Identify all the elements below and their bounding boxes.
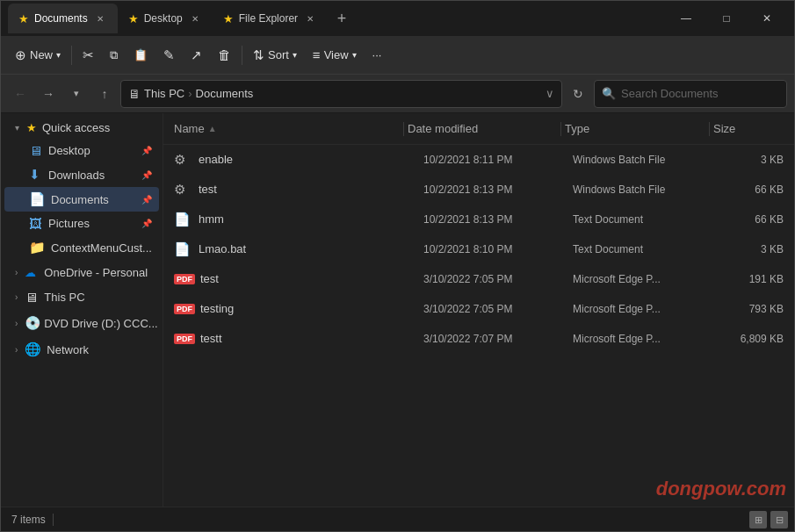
onedrive-section: › ☁ OneDrive - Personal (1, 262, 163, 284)
status-bar: 7 items (1, 507, 794, 531)
file-name: hmm (199, 212, 423, 226)
pictures-icon: 🖼 (29, 216, 43, 231)
new-tab-button[interactable]: + (328, 4, 356, 32)
tab-label-desktop: Desktop (144, 12, 183, 25)
file-name: test (200, 272, 423, 285)
file-size: 66 KB (713, 213, 784, 226)
up-button[interactable]: ↑ (92, 82, 117, 106)
sidebar-documents-label: Documents (51, 193, 109, 206)
file-size: 191 KB (713, 273, 784, 285)
view-button[interactable]: ≡ View ▾ (306, 41, 364, 69)
history-button[interactable]: ▾ (64, 82, 89, 106)
desktop-pin-icon: 📌 (141, 146, 152, 155)
file-area: Name ▲ Date modified Type Size (163, 113, 794, 507)
new-label: New (30, 48, 53, 61)
share-button[interactable]: ↗ (184, 41, 209, 69)
file-date: 10/2/2021 8:13 PM (423, 213, 573, 226)
network-section: › 🌐 Network (1, 337, 163, 362)
file-type: Microsoft Edge P... (573, 303, 713, 315)
sidebar-contextmenu-label: ContextMenuCust... (51, 241, 152, 255)
more-button[interactable]: ··· (365, 41, 389, 69)
rename-button[interactable]: ✎ (156, 41, 182, 69)
sidebar-onedrive-label: OneDrive - Personal (44, 266, 148, 279)
file-type: Microsoft Edge P... (573, 333, 713, 345)
tab-close-fileexplorer[interactable]: ✕ (303, 11, 317, 25)
table-row[interactable]: ⚙ enable 10/2/2021 8:11 PM Windows Batch… (163, 145, 794, 175)
window-controls: — □ ✕ (666, 1, 787, 36)
paste-icon: 📋 (134, 48, 148, 61)
file-type: Windows Batch File (573, 183, 713, 196)
sort-button[interactable]: ⇅ Sort ▾ (246, 41, 304, 69)
share-icon: ↗ (191, 47, 202, 63)
minimize-button[interactable]: — (666, 1, 706, 36)
table-row[interactable]: ⚙ test 10/2/2021 8:13 PM Windows Batch F… (163, 175, 794, 205)
network-icon: 🌐 (25, 341, 41, 357)
breadcrumb-thispc: This PC (144, 87, 184, 100)
thispc-chevron-icon: › (15, 292, 18, 302)
file-size: 793 KB (713, 303, 784, 315)
sidebar-item-network[interactable]: › 🌐 Network (4, 337, 159, 362)
close-button[interactable]: ✕ (747, 1, 787, 36)
sidebar-item-onedrive[interactable]: › ☁ OneDrive - Personal (4, 262, 159, 284)
tab-close-documents[interactable]: ✕ (93, 11, 107, 25)
file-header: Name ▲ Date modified Type Size (163, 113, 794, 145)
search-icon: 🔍 (602, 87, 616, 100)
col-sep-3 (709, 122, 710, 136)
table-row[interactable]: PDF test 3/10/2022 7:05 PM Microsoft Edg… (163, 264, 794, 294)
table-row[interactable]: 📄 Lmao.bat 10/2/2021 8:10 PM Text Docume… (163, 234, 794, 264)
tab-close-desktop[interactable]: ✕ (188, 11, 202, 25)
tab-desktop[interactable]: ★ Desktop ✕ (118, 4, 213, 33)
tab-documents[interactable]: ★ Documents ✕ (8, 4, 118, 33)
column-type[interactable]: Type (565, 122, 705, 135)
forward-button[interactable]: → (36, 82, 61, 106)
maximize-button[interactable]: □ (706, 1, 747, 36)
onedrive-icon: ☁ (25, 266, 39, 279)
dvd-section: › 💿 DVD Drive (D:) CCC... (1, 311, 163, 335)
copy-button[interactable]: ⧉ (103, 41, 125, 69)
column-date-modified[interactable]: Date modified (408, 122, 557, 135)
column-date-label: Date modified (408, 122, 478, 135)
sidebar-item-thispc[interactable]: › 🖥 This PC (4, 285, 159, 309)
search-placeholder: Search Documents (621, 87, 719, 100)
table-row[interactable]: PDF testing 3/10/2022 7:05 PM Microsoft … (163, 294, 794, 324)
delete-button[interactable]: 🗑 (211, 41, 238, 69)
file-date: 10/2/2021 8:10 PM (423, 243, 573, 255)
quick-access-star-icon: ★ (26, 121, 37, 134)
file-name: testing (200, 302, 423, 315)
bottom-icon-1[interactable]: ⊞ (749, 511, 767, 528)
table-row[interactable]: PDF testt 3/10/2022 7:07 PM Microsoft Ed… (163, 324, 794, 354)
breadcrumb[interactable]: 🖥 This PC › Documents ∨ (120, 80, 562, 108)
sidebar-item-dvd[interactable]: › 💿 DVD Drive (D:) CCC... (4, 311, 159, 335)
tab-star-documents: ★ (18, 12, 29, 25)
tab-file-explorer[interactable]: ★ File Explorer ✕ (213, 4, 328, 33)
back-button[interactable]: ← (8, 82, 33, 106)
file-size: 6,809 KB (713, 333, 784, 345)
sidebar-item-contextmenu[interactable]: 📁 ContextMenuCust... (4, 235, 159, 260)
sidebar-item-quick-access[interactable]: ▾ ★ Quick access (4, 117, 159, 139)
sidebar-item-downloads[interactable]: ⬇ Downloads 📌 (4, 162, 159, 187)
quick-access-chevron-icon: ▾ (15, 123, 19, 133)
file-type: Microsoft Edge P... (573, 273, 713, 285)
tab-star-desktop: ★ (128, 12, 139, 25)
new-button[interactable]: ⊕ New ▾ (8, 41, 68, 69)
file-size: 3 KB (713, 154, 784, 166)
bottom-icon-2[interactable]: ⊟ (770, 511, 788, 528)
sort-label: Sort (268, 48, 289, 61)
sidebar-item-desktop[interactable]: 🖥 Desktop 📌 (4, 139, 159, 162)
sidebar-item-pictures[interactable]: 🖼 Pictures 📌 (4, 212, 159, 235)
sidebar-item-documents[interactable]: 📄 Documents 📌 (4, 187, 159, 212)
refresh-button[interactable]: ↻ (566, 82, 590, 106)
search-box[interactable]: 🔍 Search Documents (594, 80, 787, 108)
tab-label-documents: Documents (34, 12, 88, 25)
column-name[interactable]: Name ▲ (174, 122, 400, 135)
paste-button[interactable]: 📋 (126, 41, 155, 69)
table-row[interactable]: 📄 hmm 10/2/2021 8:13 PM Text Document 66… (163, 205, 794, 234)
column-size[interactable]: Size (713, 122, 784, 135)
main-area: ▾ ★ Quick access 🖥 Desktop 📌 ⬇ Downloads… (1, 113, 794, 507)
downloads-pin-icon: 📌 (141, 170, 152, 180)
file-name: testt (200, 332, 423, 345)
breadcrumb-expand-icon[interactable]: ∨ (546, 87, 554, 100)
cut-icon: ✂ (83, 47, 94, 63)
dvd-icon: 💿 (25, 315, 39, 331)
cut-button[interactable]: ✂ (76, 41, 101, 69)
